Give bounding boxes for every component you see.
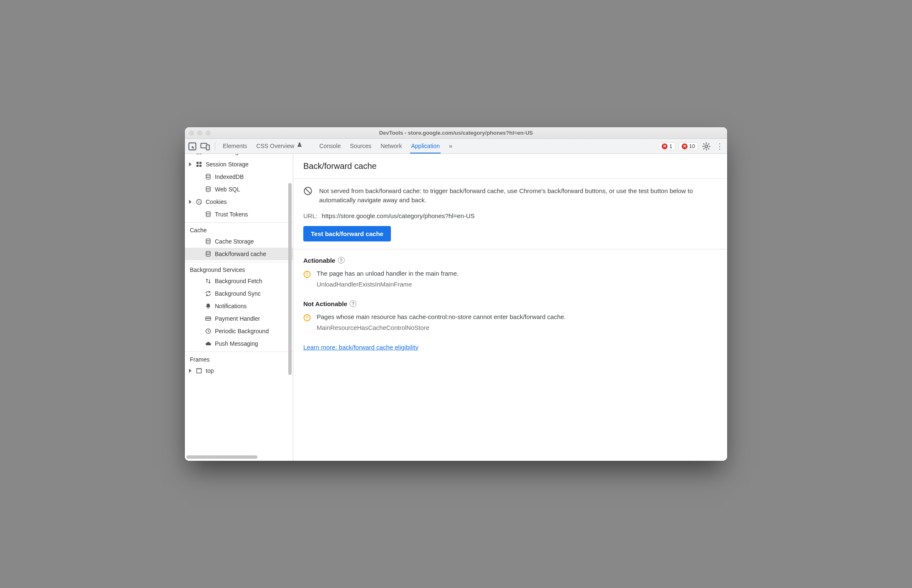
sidebar-item-cookies[interactable]: Cookies bbox=[185, 196, 293, 208]
status-text: Not served from back/forward cache: to t… bbox=[319, 186, 717, 205]
sidebar-item-label: Trust Tokens bbox=[215, 211, 248, 218]
sidebar-item-label: Cache Storage bbox=[215, 238, 254, 245]
sidebar-section-frames: Frames bbox=[185, 352, 293, 364]
sidebar-item-local-storage[interactable]: Local Storage bbox=[185, 154, 293, 158]
help-icon[interactable]: ? bbox=[338, 257, 345, 264]
tab-network[interactable]: Network bbox=[380, 139, 403, 153]
cloud-icon bbox=[205, 340, 212, 347]
sidebar-item-label: Push Messaging bbox=[215, 340, 258, 347]
sidebar-item-label: top bbox=[206, 367, 214, 374]
content-pane: Back/forward cache Not served from back/… bbox=[293, 154, 727, 461]
cookie-icon bbox=[196, 199, 202, 205]
errors-count-2: 10 bbox=[689, 143, 695, 149]
window-controls[interactable] bbox=[189, 131, 211, 136]
database-icon bbox=[205, 211, 212, 218]
database-icon bbox=[205, 173, 212, 180]
sidebar-item-bg-fetch[interactable]: Background Fetch bbox=[185, 275, 293, 287]
sidebar-item-label: Notifications bbox=[215, 303, 247, 309]
sidebar-item-bg-sync[interactable]: Background Sync bbox=[185, 287, 293, 300]
sidebar-item-trust-tokens[interactable]: Trust Tokens bbox=[185, 208, 293, 221]
card-icon bbox=[205, 315, 212, 322]
toolbar: Elements CSS Overview Console Sources Ne… bbox=[185, 139, 727, 154]
minimize-dot[interactable] bbox=[197, 131, 202, 136]
sidebar-item-bf-cache[interactable]: Back/forward cache bbox=[185, 248, 293, 260]
close-dot[interactable] bbox=[189, 131, 194, 136]
window-title: DevTools - store.google.com/us/category/… bbox=[185, 130, 727, 136]
inspect-icon[interactable] bbox=[187, 141, 197, 151]
sidebar-item-indexeddb[interactable]: IndexedDB bbox=[185, 171, 293, 183]
sidebar-item-frames-top[interactable]: top bbox=[185, 364, 293, 377]
sidebar-item-notifications[interactable]: Notifications bbox=[185, 300, 293, 312]
sidebar-item-label: Local Storage bbox=[206, 154, 242, 155]
more-icon[interactable]: ⋮ bbox=[715, 141, 725, 151]
grid-icon bbox=[196, 154, 202, 155]
learn-more-link[interactable]: Learn more: back/forward cache eligibili… bbox=[303, 344, 418, 351]
expand-icon bbox=[189, 200, 191, 204]
not-actionable-issue-text: Pages whose main resource has cache-cont… bbox=[317, 313, 566, 320]
sidebar-item-label: Background Sync bbox=[215, 290, 261, 297]
errors-badge-1[interactable]: ✕ 1 bbox=[659, 142, 675, 150]
expand-icon bbox=[189, 369, 191, 373]
sidebar-item-label: Cookies bbox=[206, 199, 227, 205]
clock-icon bbox=[205, 328, 212, 334]
error-icon: ✕ bbox=[682, 143, 688, 149]
actionable-heading: Actionable ? bbox=[303, 257, 717, 264]
sidebar-item-label: Back/forward cache bbox=[215, 251, 266, 257]
database-icon bbox=[205, 186, 212, 193]
sidebar-item-push-messaging[interactable]: Push Messaging bbox=[185, 337, 293, 350]
page-title: Back/forward cache bbox=[293, 154, 727, 179]
warning-icon bbox=[303, 314, 311, 322]
prohibit-icon bbox=[303, 186, 312, 197]
sidebar-item-label: Periodic Background bbox=[215, 328, 269, 334]
sidebar-item-session-storage[interactable]: Session Storage bbox=[185, 158, 293, 171]
database-icon bbox=[205, 251, 212, 257]
tab-application[interactable]: Application bbox=[410, 139, 441, 153]
help-icon[interactable]: ? bbox=[350, 300, 356, 307]
zoom-dot[interactable] bbox=[206, 131, 211, 136]
expand-icon bbox=[189, 162, 191, 166]
error-icon: ✕ bbox=[662, 143, 668, 149]
status-box: Not served from back/forward cache: to t… bbox=[293, 179, 727, 249]
tab-console[interactable]: Console bbox=[318, 139, 341, 153]
tab-css-overview[interactable]: CSS Overview bbox=[255, 139, 303, 153]
sidebar-vertical-scrollbar[interactable] bbox=[288, 158, 292, 448]
sidebar-item-payment-handler[interactable]: Payment Handler bbox=[185, 312, 293, 325]
grid-icon bbox=[196, 161, 202, 168]
sidebar-item-periodic-bg[interactable]: Periodic Background bbox=[185, 325, 293, 337]
sidebar-item-cache-storage[interactable]: Cache Storage bbox=[185, 235, 293, 248]
tab-elements[interactable]: Elements bbox=[222, 139, 248, 153]
panel-tabs: Elements CSS Overview Console Sources Ne… bbox=[218, 139, 453, 153]
errors-count-1: 1 bbox=[669, 143, 672, 149]
sync-icon bbox=[205, 290, 212, 297]
sidebar-horizontal-scrollbar[interactable] bbox=[186, 455, 287, 459]
tab-sources[interactable]: Sources bbox=[349, 139, 372, 153]
test-bf-cache-button[interactable]: Test back/forward cache bbox=[303, 226, 391, 241]
sidebar-item-label: IndexedDB bbox=[215, 173, 244, 180]
warning-icon bbox=[303, 271, 311, 278]
separator bbox=[215, 142, 215, 150]
devtools-window: DevTools - store.google.com/us/category/… bbox=[185, 127, 727, 461]
sidebar-item-label: Payment Handler bbox=[215, 315, 260, 322]
experiment-icon bbox=[297, 142, 302, 149]
settings-icon[interactable] bbox=[701, 141, 711, 151]
bell-icon bbox=[205, 303, 212, 309]
errors-badge-2[interactable]: ✕ 10 bbox=[679, 142, 698, 150]
sidebar-item-websql[interactable]: Web SQL bbox=[185, 183, 293, 196]
not-actionable-issue-code: MainResourceHasCacheControlNoStore bbox=[317, 324, 717, 331]
sidebar: Local Storage Session Storage IndexedDB … bbox=[185, 154, 293, 461]
actionable-issue-code: UnloadHandlerExistsInMainFrame bbox=[317, 281, 717, 288]
titlebar: DevTools - store.google.com/us/category/… bbox=[185, 127, 727, 139]
sidebar-item-label: Background Fetch bbox=[215, 278, 262, 284]
url-label: URL: bbox=[303, 212, 317, 219]
sidebar-item-label: Web SQL bbox=[215, 186, 240, 193]
tabs-overflow-icon[interactable]: » bbox=[448, 139, 453, 153]
not-actionable-heading: Not Actionable ? bbox=[303, 300, 717, 307]
actionable-issue-text: The page has an unload handler in the ma… bbox=[317, 270, 459, 277]
sidebar-item-label: Session Storage bbox=[206, 161, 249, 168]
main: Local Storage Session Storage IndexedDB … bbox=[185, 154, 727, 461]
url-value: https://store.google.com/us/category/pho… bbox=[322, 212, 474, 219]
database-icon bbox=[205, 238, 212, 245]
device-toggle-icon[interactable] bbox=[200, 141, 210, 151]
issues-box: Actionable ? The page has an unload hand… bbox=[293, 249, 727, 358]
frame-icon bbox=[196, 367, 202, 374]
